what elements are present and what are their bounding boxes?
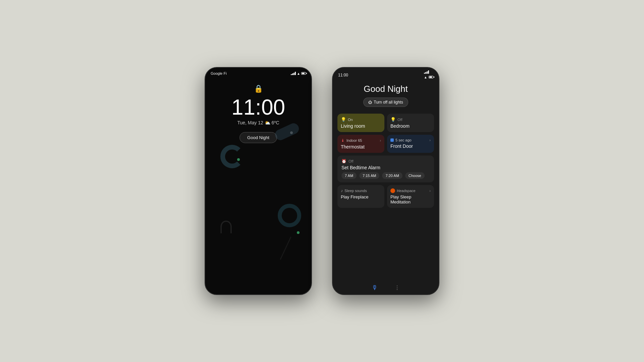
thermostat-card[interactable]: 🌡 Indoor 65 › Thermostat [337,135,384,153]
deco-dot1 [237,158,240,161]
smart-status-icons: ▲ [424,70,433,80]
carrier-label: Google Fi [211,71,227,75]
alarm-715am-button[interactable]: 7:15 AM [359,172,379,179]
smart-home-screen: 11:00 ▲ Good Night [333,68,439,294]
alarm-720am-button[interactable]: 7:20 AM [382,172,402,179]
smart-signal-icon [424,70,433,74]
music-note-icon: ♪ [341,188,343,193]
alarm-7am-button[interactable]: 7 AM [341,172,357,179]
bottom-bar: 🎙 ⋮ [333,281,439,294]
fireplace-title: Play Fireplace [341,194,381,199]
lock-status-bar: Google Fi ▲ [205,68,311,77]
headspace-chevron-icon: › [429,189,431,193]
device-cards-grid: 💡 On Living room 💡 Off [337,114,434,153]
wifi-icon: ▲ [297,72,300,75]
headspace-title: Play Sleep Meditation [390,194,431,204]
headspace-label: Headspace [397,189,416,193]
living-room-status: On [348,118,353,122]
phone-right: 11:00 ▲ Good Night [332,67,439,295]
deco-slash [280,237,291,260]
front-door-title: Front Door [390,143,431,149]
lights-icon: ⏻ [368,100,372,104]
alarm-card: ⏰ Off Set Bedtime Alarm 7 AM 7:15 AM 7:2… [337,156,434,182]
alarm-title: Set Bedtime Alarm [341,165,430,170]
fireplace-card[interactable]: ♪ Sleep sounds Play Fireplace [337,185,384,208]
weather-icon: ⛅ [265,120,272,125]
thermostat-chevron-icon: › [380,138,381,142]
living-room-title: Living room [341,123,381,129]
blue-dot-icon [390,138,394,142]
thermostat-title: Thermostat [341,144,381,149]
smart-content: Good Night ⏻ Turn off all lights [333,80,439,281]
bedroom-card[interactable]: 💡 Off Bedroom [387,114,434,132]
temp-icon: 🌡 [341,138,345,143]
smart-time: 11:00 [338,73,348,77]
lock-icon: 🔒 [254,84,263,93]
deco-ring [278,204,301,227]
turn-off-lights-button[interactable]: ⏻ Turn off all lights [363,98,408,107]
smart-wifi-icon: ▲ [424,75,427,79]
smart-status-bar: 11:00 ▲ [333,68,439,80]
good-night-button[interactable]: Good Night [239,132,277,143]
bulb-on-icon: 💡 [341,117,346,122]
lock-screen: Google Fi ▲ 🔒 [205,68,311,294]
front-door-card[interactable]: 5 sec ago › Front Door [387,135,434,153]
more-options-icon[interactable]: ⋮ [394,285,400,291]
headspace-card[interactable]: Headspace › Play Sleep Meditation [387,185,434,208]
deco-u: ∩ [217,210,235,239]
bedroom-title: Bedroom [390,123,431,129]
phones-container: Google Fi ▲ 🔒 [205,67,439,295]
phone-left: Google Fi ▲ 🔒 [205,67,312,295]
headspace-icon [390,188,395,193]
lock-date: Tue, May 12 ⛅ 6ºC [237,120,279,125]
signal-icon [291,72,296,75]
turn-off-lights-label: Turn off all lights [374,100,403,105]
good-night-title: Good Night [337,84,434,94]
alarm-clock-icon: ⏰ [341,159,346,164]
status-icons: ▲ [291,72,306,75]
deco-c [220,145,244,168]
alarm-times: 7 AM 7:15 AM 7:20 AM Choose [341,172,430,179]
front-door-status: 5 sec ago [395,138,412,142]
battery-icon [301,72,306,75]
mic-icon[interactable]: 🎙 [372,284,378,291]
bulb-off-icon: 💡 [390,117,396,122]
front-door-chevron-icon: › [429,138,431,142]
bedroom-status: Off [397,118,402,122]
alarm-status: Off [348,159,353,163]
lock-time: 11:00 [231,97,285,118]
smart-battery-icon [429,76,433,78]
thermostat-status: Indoor 65 [346,138,362,142]
media-cards-grid: ♪ Sleep sounds Play Fireplace Headspace [337,185,434,208]
alarm-choose-button[interactable]: Choose [405,172,425,179]
deco-dot2 [297,231,300,234]
fireplace-label: Sleep sounds [344,189,367,193]
living-room-card[interactable]: 💡 On Living room [337,114,384,132]
